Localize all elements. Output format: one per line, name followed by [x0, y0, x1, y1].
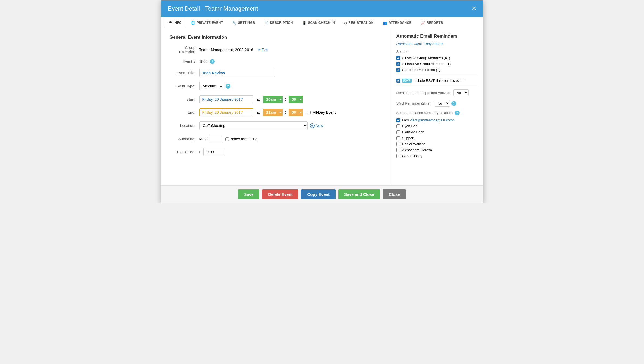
tab-settings[interactable]: 🔧 SETTINGS	[227, 17, 259, 28]
show-remaining-checkbox[interactable]	[225, 137, 229, 141]
fee-input[interactable]	[203, 148, 225, 156]
attending-row: Attending: Max: show remaining	[170, 135, 383, 143]
tab-private-event[interactable]: 🌐 PRIVATE EVENT	[186, 17, 228, 28]
all-active-checkbox[interactable]	[396, 56, 400, 60]
event-title-input[interactable]	[199, 69, 275, 77]
end-date-input[interactable]	[199, 108, 253, 116]
bjorn-label: Bjorn de Boer	[402, 130, 424, 134]
max-attending-input[interactable]	[210, 135, 223, 143]
group-calendar-value: Teamr Management, 2008-2016	[199, 48, 253, 52]
tab-reports-label: REPORTS	[427, 21, 443, 25]
tab-reports[interactable]: 📈 REPORTS	[416, 17, 447, 28]
location-label: Location:	[170, 123, 199, 128]
all-inactive-checkbox[interactable]	[396, 62, 400, 66]
tab-info[interactable]: 👁 INFO	[164, 17, 186, 28]
tab-registration-label: REGISTRATION	[348, 21, 373, 25]
start-control: at 10am11am12pm : 00153045	[199, 95, 303, 103]
start-min-select[interactable]: 00153045	[289, 96, 303, 103]
settings-tab-icon: 🔧	[232, 21, 236, 25]
modal-body: General Event Information Group Calendar…	[161, 28, 483, 185]
rsvp-label: Include RSVP links for this event	[414, 79, 464, 83]
end-min-select[interactable]: 00153045	[289, 109, 303, 116]
summary-recipient-bjorn: Bjorn de Boer	[396, 130, 477, 134]
modal-header: Event Detail - Teamr Management ✕	[161, 0, 483, 17]
tab-bar: 👁 INFO 🌐 PRIVATE EVENT 🔧 SETTINGS 📄 DESC…	[161, 17, 483, 28]
lars-checkbox[interactable]	[396, 118, 400, 122]
end-label: End:	[170, 110, 199, 115]
event-type-help-icon[interactable]: ?	[226, 84, 230, 89]
daniel-checkbox[interactable]	[396, 142, 400, 146]
info-tab-icon: 👁	[169, 21, 172, 25]
event-number-help-icon[interactable]: ?	[210, 59, 215, 64]
divider-1	[396, 75, 477, 75]
start-label: Start:	[170, 97, 199, 102]
event-title-control	[199, 69, 275, 77]
event-type-label: Event Type:	[170, 84, 199, 88]
confirmed-checkbox[interactable]	[396, 68, 400, 72]
alessandra-checkbox[interactable]	[396, 148, 400, 152]
all-day-label: All-Day Event	[313, 110, 336, 115]
summary-recipient-gena: Gena Disney	[396, 154, 477, 158]
registration-tab-icon: ◇	[344, 21, 347, 25]
support-label: Support	[402, 136, 415, 140]
summary-help-icon[interactable]: ?	[455, 110, 460, 115]
tab-scan-checkin[interactable]: 📱 SCAN CHECK-IN	[298, 17, 340, 28]
event-fee-label: Event Fee:	[170, 150, 199, 154]
tab-attendance-label: ATTENDANCE	[389, 21, 412, 25]
sms-row: SMS Reminder (2hrs): NoYes ?	[396, 100, 477, 107]
start-date-input[interactable]	[199, 95, 253, 103]
edit-button[interactable]: ✏ Edit	[258, 48, 268, 52]
event-title-label: Event Title:	[170, 71, 199, 75]
event-type-select[interactable]: Meeting Practice Game Other	[199, 82, 223, 90]
recipient-all-active: All Active Group Members (41)	[396, 56, 477, 60]
attendance-tab-icon: 👥	[383, 21, 387, 25]
reminder-title: Automatic Email Reminders	[396, 34, 477, 39]
support-checkbox[interactable]	[396, 136, 400, 140]
end-row: End: at 11am12pm1pm : 00153045 All-Day E…	[170, 108, 383, 116]
max-label: Max:	[199, 137, 207, 141]
recipient-all-inactive: All Inactive Group Members (1)	[396, 62, 477, 66]
attending-label: Attending:	[170, 137, 199, 141]
all-day-checkbox[interactable]	[307, 111, 311, 114]
gena-checkbox[interactable]	[396, 154, 400, 158]
tab-attendance[interactable]: 👥 ATTENDANCE	[378, 17, 416, 28]
ryan-label: Ryan Bahl	[402, 124, 418, 128]
unresponded-select[interactable]: NoYes	[453, 89, 469, 96]
rsvp-checkbox[interactable]	[396, 79, 400, 83]
rsvp-badge: RSVP	[402, 79, 412, 83]
end-control: at 11am12pm1pm : 00153045 All-Day Event	[199, 108, 336, 116]
header-close-button[interactable]: ✕	[471, 6, 476, 12]
event-number-control: 1866 ?	[199, 59, 215, 64]
reminder-subtitle: Reminders sent: 1 day before	[396, 42, 477, 46]
summary-label: Send attendance summary email to: ?	[396, 110, 477, 115]
reports-tab-icon: 📈	[421, 21, 425, 25]
show-remaining-label: show remaining	[231, 137, 258, 141]
unresponded-row: Reminder to unresponded Actives: NoYes	[396, 89, 477, 96]
tab-private-event-label: PRIVATE EVENT	[197, 21, 223, 25]
location-select[interactable]: GoToMeeting	[199, 121, 308, 130]
tab-registration[interactable]: ◇ REGISTRATION	[340, 17, 378, 28]
end-hour-select[interactable]: 11am12pm1pm	[263, 109, 283, 116]
modal-container: Event Detail - Teamr Management ✕ 👁 INFO…	[161, 0, 483, 203]
bjorn-checkbox[interactable]	[396, 130, 400, 134]
copy-event-button[interactable]: Copy Event	[301, 189, 336, 199]
close-button[interactable]: Close	[383, 189, 406, 199]
unresponded-label: Reminder to unresponded Actives:	[396, 91, 450, 95]
scan-tab-icon: 📱	[302, 21, 307, 25]
tab-info-label: INFO	[174, 21, 182, 25]
save-and-close-button[interactable]: Save and Close	[338, 189, 380, 199]
tab-settings-label: SETTINGS	[238, 21, 255, 25]
start-hour-select[interactable]: 10am11am12pm	[263, 96, 283, 103]
delete-event-button[interactable]: Delete Event	[262, 189, 298, 199]
tab-description[interactable]: 📄 DESCRIPTION	[259, 17, 298, 28]
summary-recipient-lars: Lars <lars@myteamcaptain.com>	[396, 118, 477, 122]
save-button[interactable]: Save	[238, 189, 259, 199]
form-area: General Event Information Group Calendar…	[161, 28, 391, 185]
dollar-prefix: $	[199, 150, 201, 154]
time-separator: :	[285, 97, 286, 102]
new-location-button[interactable]: + New	[310, 123, 323, 128]
sms-help-icon[interactable]: ?	[451, 101, 456, 106]
sms-select[interactable]: NoYes	[435, 100, 450, 107]
recipient-confirmed: Confirmed Attendees (7)	[396, 68, 477, 72]
ryan-checkbox[interactable]	[396, 124, 400, 128]
